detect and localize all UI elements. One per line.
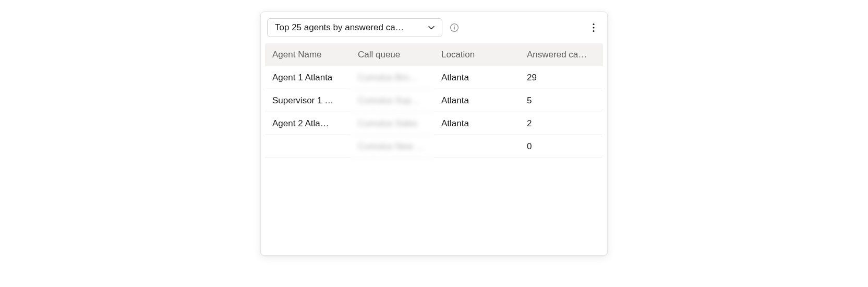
- cell-location: Atlanta: [434, 89, 520, 112]
- cell-call-queue: Cumulus New …: [351, 135, 434, 158]
- col-header-call-queue[interactable]: Call queue: [351, 50, 434, 60]
- more-options-button[interactable]: [587, 21, 600, 34]
- cell-call-queue: Cumulus Bro…: [351, 66, 434, 89]
- svg-point-5: [593, 30, 594, 32]
- chevron-down-icon: [427, 23, 436, 32]
- col-header-answered[interactable]: Answered ca…: [520, 50, 602, 60]
- card-header: Top 25 agents by answered ca…: [265, 18, 603, 43]
- cell-answered: 2: [520, 112, 602, 135]
- cell-agent-name: Supervisor 1 …: [265, 89, 351, 112]
- dropdown-selected-label: Top 25 agents by answered ca…: [275, 22, 404, 33]
- cell-agent-name: Agent 1 Atlanta: [265, 66, 351, 89]
- svg-point-4: [593, 27, 594, 28]
- cell-location: Atlanta: [434, 112, 520, 135]
- svg-point-3: [593, 23, 594, 25]
- table-row[interactable]: Cumulus New … 0: [265, 135, 603, 158]
- cell-location: [434, 135, 520, 158]
- table-row[interactable]: Agent 2 Atla… Cumulus Sales Atlanta 2: [265, 112, 603, 135]
- cell-call-queue: Cumulus Sup…: [351, 89, 434, 112]
- cell-agent-name: Agent 2 Atla…: [265, 112, 351, 135]
- table-header-row: Agent Name Call queue Location Answered …: [265, 43, 603, 66]
- table-row[interactable]: Supervisor 1 … Cumulus Sup… Atlanta 5: [265, 89, 603, 112]
- agents-table: Agent Name Call queue Location Answered …: [265, 43, 603, 158]
- col-header-location[interactable]: Location: [434, 50, 520, 60]
- svg-rect-2: [454, 27, 455, 30]
- report-filter-dropdown[interactable]: Top 25 agents by answered ca…: [267, 18, 442, 37]
- agents-report-card: Top 25 agents by answered ca… Ag: [260, 11, 608, 256]
- cell-call-queue: Cumulus Sales: [351, 112, 434, 135]
- cell-location: Atlanta: [434, 66, 520, 89]
- cell-agent-name: [265, 135, 351, 158]
- info-icon[interactable]: [449, 22, 460, 33]
- svg-point-1: [454, 26, 455, 27]
- table-row[interactable]: Agent 1 Atlanta Cumulus Bro… Atlanta 29: [265, 66, 603, 89]
- cell-answered: 29: [520, 66, 602, 89]
- cell-answered: 5: [520, 89, 602, 112]
- cell-answered: 0: [520, 135, 602, 158]
- col-header-agent-name[interactable]: Agent Name: [265, 50, 351, 60]
